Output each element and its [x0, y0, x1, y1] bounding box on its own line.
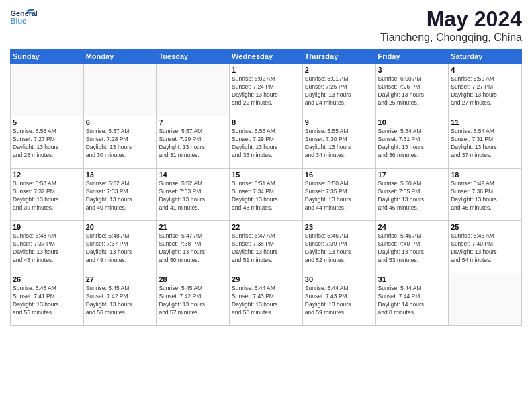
day-number: 10 — [378, 118, 447, 126]
day-info: Sunrise: 5:47 AMSunset: 7:38 PMDaylight:… — [232, 232, 300, 265]
day-number: 5 — [13, 118, 81, 126]
col-saturday: Saturday — [449, 50, 522, 64]
day-number: 29 — [232, 275, 300, 283]
table-row: 10Sunrise: 5:54 AMSunset: 7:31 PMDayligh… — [375, 116, 449, 169]
table-row: 11Sunrise: 5:54 AMSunset: 7:31 PMDayligh… — [449, 116, 522, 169]
day-info: Sunrise: 5:48 AMSunset: 7:37 PMDaylight:… — [13, 232, 81, 265]
col-monday: Monday — [83, 50, 157, 64]
day-info: Sunrise: 6:01 AMSunset: 7:25 PMDaylight:… — [305, 75, 373, 107]
day-info: Sunrise: 5:45 AMSunset: 7:42 PMDaylight:… — [159, 285, 227, 317]
day-number: 11 — [451, 118, 519, 126]
day-number: 17 — [378, 171, 447, 179]
table-row: 14Sunrise: 5:52 AMSunset: 7:33 PMDayligh… — [157, 169, 230, 221]
logo-icon: General Blue — [10, 7, 37, 30]
table-row: 6Sunrise: 5:57 AMSunset: 7:28 PMDaylight… — [83, 116, 157, 169]
day-number: 26 — [13, 275, 81, 283]
location-title: Tiancheng, Chongqing, China — [380, 32, 522, 44]
day-number: 3 — [378, 66, 447, 74]
table-row: 7Sunrise: 5:57 AMSunset: 7:29 PMDaylight… — [157, 116, 230, 169]
day-info: Sunrise: 5:50 AMSunset: 7:35 PMDaylight:… — [305, 180, 373, 212]
table-row: 1Sunrise: 6:02 AMSunset: 7:24 PMDaylight… — [230, 64, 303, 116]
table-row: 9Sunrise: 5:55 AMSunset: 7:30 PMDaylight… — [302, 116, 375, 169]
day-number: 19 — [13, 223, 81, 231]
table-row: 30Sunrise: 5:44 AMSunset: 7:43 PMDayligh… — [302, 273, 375, 326]
month-title: May 2024 — [380, 7, 522, 32]
day-number: 15 — [232, 171, 300, 179]
calendar-week-row: 26Sunrise: 5:45 AMSunset: 7:41 PMDayligh… — [11, 273, 522, 326]
day-number: 20 — [86, 223, 154, 231]
day-number: 12 — [13, 171, 81, 179]
col-friday: Friday — [375, 50, 449, 64]
day-info: Sunrise: 5:54 AMSunset: 7:31 PMDaylight:… — [378, 128, 447, 160]
day-info: Sunrise: 5:45 AMSunset: 7:42 PMDaylight:… — [86, 285, 154, 317]
day-number: 16 — [305, 171, 373, 179]
table-row — [157, 64, 230, 116]
table-row: 17Sunrise: 5:50 AMSunset: 7:35 PMDayligh… — [375, 169, 449, 221]
table-row: 22Sunrise: 5:47 AMSunset: 7:38 PMDayligh… — [230, 221, 303, 273]
day-number: 6 — [86, 118, 154, 126]
day-number: 25 — [451, 223, 519, 231]
day-info: Sunrise: 5:57 AMSunset: 7:28 PMDaylight:… — [86, 128, 154, 160]
day-info: Sunrise: 5:44 AMSunset: 7:43 PMDaylight:… — [232, 285, 300, 317]
day-info: Sunrise: 5:56 AMSunset: 7:29 PMDaylight:… — [232, 128, 300, 160]
day-info: Sunrise: 5:48 AMSunset: 7:37 PMDaylight:… — [86, 232, 154, 265]
day-number: 31 — [378, 275, 447, 283]
table-row: 2Sunrise: 6:01 AMSunset: 7:25 PMDaylight… — [302, 64, 375, 116]
day-number: 8 — [232, 118, 300, 126]
table-row: 18Sunrise: 5:49 AMSunset: 7:36 PMDayligh… — [449, 169, 522, 221]
day-info: Sunrise: 5:57 AMSunset: 7:29 PMDaylight:… — [159, 128, 227, 160]
page: General Blue May 2024 Tiancheng, Chongqi… — [0, 0, 532, 411]
day-info: Sunrise: 5:52 AMSunset: 7:33 PMDaylight:… — [86, 180, 154, 212]
day-info: Sunrise: 5:44 AMSunset: 7:43 PMDaylight:… — [305, 285, 373, 317]
day-info: Sunrise: 6:00 AMSunset: 7:26 PMDaylight:… — [378, 75, 447, 107]
day-info: Sunrise: 5:46 AMSunset: 7:39 PMDaylight:… — [305, 232, 373, 265]
table-row: 23Sunrise: 5:46 AMSunset: 7:39 PMDayligh… — [302, 221, 375, 273]
day-info: Sunrise: 5:46 AMSunset: 7:40 PMDaylight:… — [378, 232, 447, 265]
day-info: Sunrise: 5:49 AMSunset: 7:36 PMDaylight:… — [451, 180, 519, 212]
col-thursday: Thursday — [302, 50, 375, 64]
day-number: 7 — [159, 118, 227, 126]
col-wednesday: Wednesday — [230, 50, 303, 64]
logo: General Blue — [10, 7, 37, 30]
table-row: 15Sunrise: 5:51 AMSunset: 7:34 PMDayligh… — [230, 169, 303, 221]
day-info: Sunrise: 5:52 AMSunset: 7:33 PMDaylight:… — [159, 180, 227, 212]
day-info: Sunrise: 5:53 AMSunset: 7:32 PMDaylight:… — [13, 180, 81, 212]
col-tuesday: Tuesday — [157, 50, 230, 64]
day-info: Sunrise: 5:51 AMSunset: 7:34 PMDaylight:… — [232, 180, 300, 212]
col-sunday: Sunday — [11, 50, 84, 64]
day-number: 1 — [232, 66, 300, 74]
calendar-header-row: Sunday Monday Tuesday Wednesday Thursday… — [11, 50, 522, 64]
day-number: 24 — [378, 223, 447, 231]
day-number: 30 — [305, 275, 373, 283]
day-number: 4 — [451, 66, 519, 74]
table-row: 8Sunrise: 5:56 AMSunset: 7:29 PMDaylight… — [230, 116, 303, 169]
table-row: 27Sunrise: 5:45 AMSunset: 7:42 PMDayligh… — [83, 273, 157, 326]
day-info: Sunrise: 5:46 AMSunset: 7:40 PMDaylight:… — [451, 232, 519, 265]
table-row: 3Sunrise: 6:00 AMSunset: 7:26 PMDaylight… — [375, 64, 449, 116]
day-info: Sunrise: 5:55 AMSunset: 7:30 PMDaylight:… — [305, 128, 373, 160]
table-row: 25Sunrise: 5:46 AMSunset: 7:40 PMDayligh… — [449, 221, 522, 273]
day-number: 9 — [305, 118, 373, 126]
title-block: May 2024 Tiancheng, Chongqing, China — [380, 7, 522, 44]
day-number: 18 — [451, 171, 519, 179]
day-info: Sunrise: 5:59 AMSunset: 7:27 PMDaylight:… — [451, 75, 519, 107]
table-row: 21Sunrise: 5:47 AMSunset: 7:38 PMDayligh… — [157, 221, 230, 273]
day-info: Sunrise: 5:58 AMSunset: 7:27 PMDaylight:… — [13, 128, 81, 160]
day-info: Sunrise: 6:02 AMSunset: 7:24 PMDaylight:… — [232, 75, 300, 107]
day-number: 22 — [232, 223, 300, 231]
day-number: 21 — [159, 223, 227, 231]
day-info: Sunrise: 5:44 AMSunset: 7:44 PMDaylight:… — [378, 285, 447, 317]
table-row: 29Sunrise: 5:44 AMSunset: 7:43 PMDayligh… — [230, 273, 303, 326]
calendar-week-row: 12Sunrise: 5:53 AMSunset: 7:32 PMDayligh… — [11, 169, 522, 221]
table-row: 26Sunrise: 5:45 AMSunset: 7:41 PMDayligh… — [11, 273, 84, 326]
day-number: 2 — [305, 66, 373, 74]
day-info: Sunrise: 5:45 AMSunset: 7:41 PMDaylight:… — [13, 285, 81, 317]
table-row — [11, 64, 84, 116]
calendar-week-row: 19Sunrise: 5:48 AMSunset: 7:37 PMDayligh… — [11, 221, 522, 273]
table-row: 13Sunrise: 5:52 AMSunset: 7:33 PMDayligh… — [83, 169, 157, 221]
day-number: 23 — [305, 223, 373, 231]
day-info: Sunrise: 5:50 AMSunset: 7:35 PMDaylight:… — [378, 180, 447, 212]
day-number: 13 — [86, 171, 154, 179]
table-row — [449, 273, 522, 326]
table-row: 31Sunrise: 5:44 AMSunset: 7:44 PMDayligh… — [375, 273, 449, 326]
